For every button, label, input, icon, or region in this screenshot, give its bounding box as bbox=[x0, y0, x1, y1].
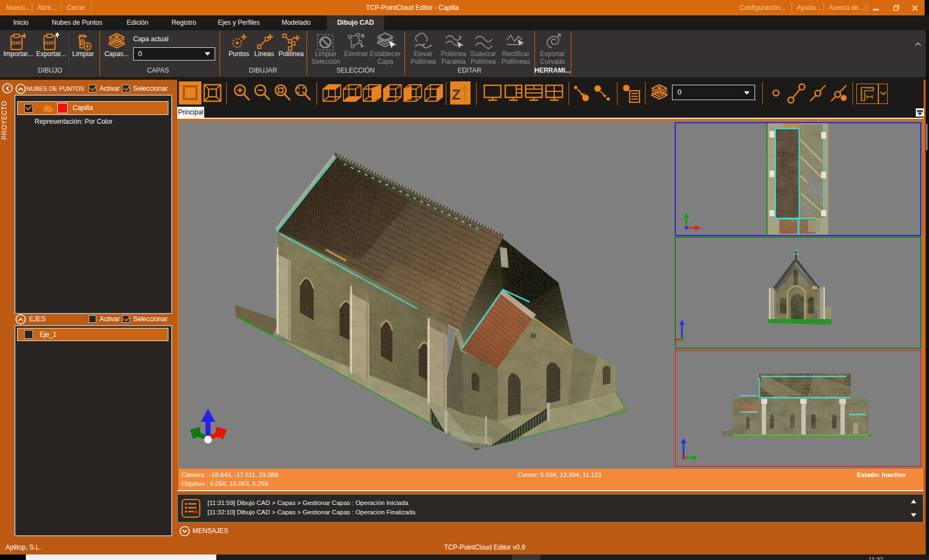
svg-text:DXF: DXF bbox=[12, 40, 22, 46]
svg-text:Z: Z bbox=[452, 86, 461, 103]
svg-text:DXF: DXF bbox=[45, 40, 55, 46]
